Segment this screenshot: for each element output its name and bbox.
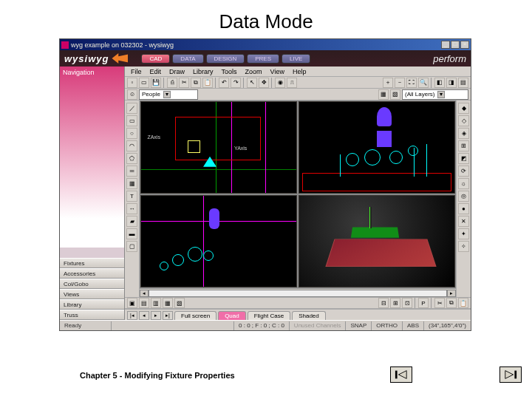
minimize-button[interactable]: _ bbox=[441, 41, 450, 49]
draw-surface-icon[interactable]: ▰ bbox=[126, 216, 137, 227]
rtool-z-icon[interactable]: ✧ bbox=[458, 241, 469, 252]
rtool-persp-icon[interactable]: ◩ bbox=[458, 153, 469, 164]
category-dropdown[interactable]: People ▾ bbox=[139, 89, 198, 100]
nav-item-views[interactable]: Views bbox=[60, 289, 124, 299]
tool-misc-c-icon[interactable]: ▤ bbox=[458, 78, 468, 88]
viewport-top-right[interactable] bbox=[299, 101, 455, 194]
tool-pan-icon[interactable]: ✥ bbox=[259, 78, 269, 88]
bt-p-icon[interactable]: P bbox=[418, 298, 429, 308]
tool-select-icon[interactable]: ↖ bbox=[247, 78, 257, 88]
status-unused-channels[interactable]: Unused Channels bbox=[290, 321, 347, 330]
slide-prev-button[interactable] bbox=[390, 366, 412, 383]
tool-print-icon[interactable]: ⎙ bbox=[167, 78, 177, 88]
status-ortho[interactable]: ORTHO bbox=[372, 321, 403, 330]
tool-misc-b-icon[interactable]: ◨ bbox=[446, 78, 457, 88]
bt-e-icon[interactable]: ▧ bbox=[174, 298, 185, 308]
viewport-top-left[interactable]: ZAxis YAxis bbox=[140, 101, 297, 194]
draw-rect-icon[interactable]: ▭ bbox=[126, 115, 137, 126]
rtool-a-icon[interactable]: ◆ bbox=[458, 103, 469, 114]
tool-save-icon[interactable]: 💾 bbox=[151, 78, 161, 88]
menu-view[interactable]: View bbox=[267, 68, 287, 75]
viewtab-prev-icon[interactable]: ◂ bbox=[139, 311, 149, 320]
nav-item-fixtures[interactable]: Fixtures bbox=[60, 258, 124, 268]
viewtab-fullscreen[interactable]: Full screen bbox=[174, 311, 216, 320]
mode-tab-design[interactable]: DESIGN bbox=[206, 54, 245, 64]
viewtab-next-icon[interactable]: ▸ bbox=[151, 311, 161, 320]
rtool-b-icon[interactable]: ◇ bbox=[458, 115, 469, 126]
bt-l2-icon[interactable]: ⊞ bbox=[390, 298, 400, 308]
bt-l3-icon[interactable]: ⊡ bbox=[402, 298, 412, 308]
viewtab-shaded[interactable]: Shaded bbox=[292, 311, 326, 320]
rtool-rec-icon[interactable]: ● bbox=[458, 203, 469, 214]
draw-dim-icon[interactable]: ↔ bbox=[126, 203, 137, 214]
tool-undo-icon[interactable]: ↶ bbox=[219, 78, 229, 88]
draw-screen-icon[interactable]: ▢ bbox=[126, 241, 137, 252]
tool-copy-icon[interactable]: ⧉ bbox=[191, 78, 201, 88]
tool-person-icon[interactable]: ☺ bbox=[127, 89, 137, 100]
draw-line-icon[interactable]: ／ bbox=[126, 103, 137, 114]
tool-zoomout-icon[interactable]: － bbox=[395, 78, 405, 88]
rtool-x-icon[interactable]: ✕ bbox=[458, 216, 469, 227]
menu-draw[interactable]: Draw bbox=[166, 68, 188, 75]
draw-riser-icon[interactable]: ▬ bbox=[126, 228, 137, 239]
status-abs[interactable]: ABS bbox=[403, 321, 424, 330]
viewport-bottom-left[interactable] bbox=[140, 195, 297, 287]
rtool-cam-icon[interactable]: ◎ bbox=[458, 191, 469, 202]
rtool-ortho-icon[interactable]: ⊞ bbox=[458, 140, 469, 151]
viewtab-quad[interactable]: Quad bbox=[218, 311, 246, 320]
maximize-button[interactable]: □ bbox=[451, 41, 460, 49]
nav-item-library[interactable]: Library bbox=[60, 299, 124, 310]
menu-zoom[interactable]: Zoom bbox=[242, 68, 265, 75]
draw-text-icon[interactable]: T bbox=[126, 191, 137, 202]
status-snap[interactable]: SNAP bbox=[346, 321, 372, 330]
tool-zoomfit-icon[interactable]: ⛶ bbox=[406, 78, 417, 88]
layers-dropdown[interactable]: (All Layers) ▾ bbox=[402, 89, 468, 100]
menu-file[interactable]: File bbox=[128, 68, 145, 75]
slide-next-button[interactable] bbox=[499, 366, 522, 383]
tool-open-icon[interactable]: ▭ bbox=[139, 78, 149, 88]
tool-hang-icon[interactable]: ⎍ bbox=[287, 78, 297, 88]
tool-cut-icon[interactable]: ✂ bbox=[179, 78, 189, 88]
mode-tab-pres[interactable]: PRES bbox=[247, 54, 279, 64]
nav-item-truss[interactable]: Truss bbox=[60, 310, 124, 320]
scroll-left-icon[interactable]: ◂ bbox=[140, 290, 149, 297]
tool-new-icon[interactable]: ▫ bbox=[127, 78, 137, 88]
tool-paste-icon[interactable]: 📋 bbox=[202, 78, 213, 88]
tool-zoomwin-icon[interactable]: 🔍 bbox=[418, 78, 429, 88]
tool-layer-b-icon[interactable]: ▧ bbox=[390, 89, 400, 100]
rtool-light-icon[interactable]: ☼ bbox=[458, 178, 469, 189]
rtool-orbit-icon[interactable]: ⟳ bbox=[458, 166, 469, 177]
tool-fixture-icon[interactable]: ◉ bbox=[275, 78, 285, 88]
draw-arc-icon[interactable]: ◠ bbox=[126, 140, 137, 151]
mode-tab-cad[interactable]: CAD bbox=[141, 54, 170, 64]
nav-item-colgobo[interactable]: Col/Gobo bbox=[60, 279, 124, 289]
draw-pipe-icon[interactable]: ═ bbox=[126, 166, 137, 177]
rtool-c-icon[interactable]: ◈ bbox=[458, 128, 469, 139]
tool-misc-a-icon[interactable]: ◧ bbox=[434, 78, 445, 88]
bt-paste2-icon[interactable]: 📋 bbox=[458, 298, 468, 308]
menu-edit[interactable]: Edit bbox=[147, 68, 165, 75]
bt-b-icon[interactable]: ▤ bbox=[139, 298, 149, 308]
bt-c-icon[interactable]: ▥ bbox=[151, 298, 161, 308]
tool-layer-a-icon[interactable]: ▦ bbox=[378, 89, 389, 100]
tool-zoomin-icon[interactable]: ＋ bbox=[383, 78, 393, 88]
horizontal-scrollbar[interactable]: ◂ ▸ bbox=[140, 288, 456, 297]
draw-poly-icon[interactable]: ⬠ bbox=[126, 153, 137, 164]
menu-library[interactable]: Library bbox=[190, 68, 216, 75]
viewport-bottom-right[interactable] bbox=[299, 195, 455, 287]
menu-tools[interactable]: Tools bbox=[219, 68, 240, 75]
bt-cut2-icon[interactable]: ✂ bbox=[434, 298, 445, 308]
nav-item-accessories[interactable]: Accessories bbox=[60, 268, 124, 279]
titlebar[interactable]: wyg example on 032302 - wysiwyg _ □ × bbox=[60, 39, 471, 50]
close-button[interactable]: × bbox=[460, 41, 469, 49]
viewtab-flightcase[interactable]: Flight Case bbox=[248, 311, 290, 320]
tool-redo-icon[interactable]: ↷ bbox=[231, 78, 241, 88]
bt-l1-icon[interactable]: ⊟ bbox=[378, 298, 389, 308]
rtool-y-icon[interactable]: ✦ bbox=[458, 228, 469, 239]
draw-circle-icon[interactable]: ○ bbox=[126, 128, 137, 139]
draw-truss-icon[interactable]: ▦ bbox=[126, 178, 137, 189]
bt-d-icon[interactable]: ▦ bbox=[163, 298, 173, 308]
bt-a-icon[interactable]: ▣ bbox=[127, 298, 137, 308]
menu-help[interactable]: Help bbox=[290, 68, 310, 75]
bt-copy2-icon[interactable]: ⧉ bbox=[446, 298, 457, 308]
